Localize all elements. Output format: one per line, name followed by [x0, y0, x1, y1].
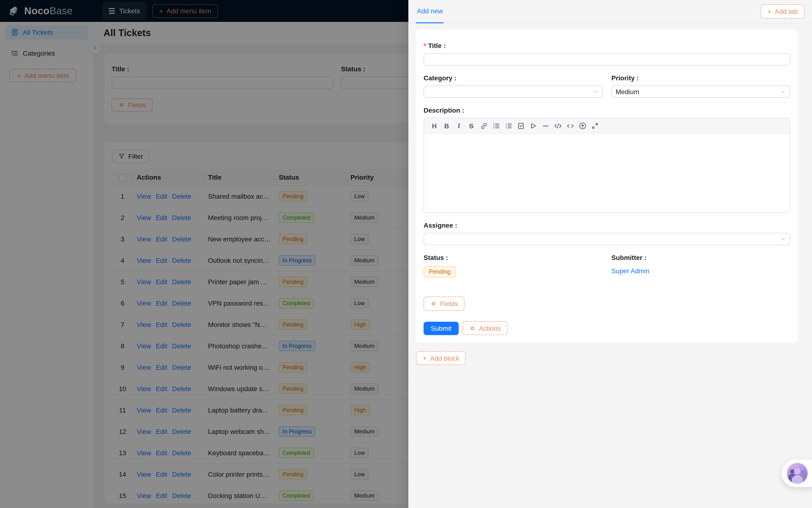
link-icon[interactable]: [478, 120, 489, 132]
form-item-description: Description : HBIS123: [424, 107, 790, 213]
markdown-toolbar: HBIS123: [424, 118, 790, 133]
markdown-editor-content[interactable]: [424, 133, 790, 212]
description-label: Description :: [424, 107, 464, 114]
code-block-icon[interactable]: [552, 120, 564, 132]
chevron-down-icon: [592, 89, 598, 94]
italic-icon[interactable]: I: [453, 120, 465, 132]
add-block-label: Add block: [430, 354, 460, 362]
list-unordered-icon[interactable]: [490, 120, 502, 132]
assignee-label: Assignee :: [424, 221, 457, 229]
submit-button[interactable]: Submit: [424, 322, 459, 335]
submitter-label: Submitter :: [611, 254, 647, 261]
chevron-down-icon: [780, 89, 786, 94]
title-label: Title :: [428, 42, 446, 49]
inline-code-icon[interactable]: [564, 120, 576, 132]
fullscreen-icon[interactable]: [589, 120, 601, 132]
strikethrough-icon[interactable]: S: [465, 120, 477, 132]
add-new-form-card: *Title : Category : Prior: [416, 30, 798, 343]
plus-icon: +: [767, 8, 772, 15]
tab-add-new[interactable]: Add new: [416, 0, 444, 23]
upload-icon[interactable]: [576, 120, 588, 132]
bold-icon[interactable]: B: [441, 120, 452, 132]
drawer-actions-button[interactable]: Actions: [462, 321, 508, 335]
form-item-status: Status : Pending: [424, 254, 602, 278]
checklist-icon[interactable]: [515, 120, 527, 132]
priority-select-input[interactable]: [611, 86, 790, 98]
gear-icon: [469, 325, 476, 332]
form-item-title: *Title :: [424, 42, 790, 66]
form-item-submitter: Submitter : Super Admin: [611, 254, 790, 278]
markdown-editor: HBIS123: [424, 118, 790, 213]
drawer-actions-label: Actions: [479, 324, 501, 332]
required-asterisk: *: [424, 42, 426, 49]
status-label: Status :: [424, 254, 448, 261]
gear-icon: [430, 300, 437, 307]
assignee-select[interactable]: [424, 233, 790, 245]
submitter-link[interactable]: Super Admin: [611, 267, 649, 275]
svg-text:3: 3: [505, 126, 507, 129]
priority-label: Priority :: [611, 74, 639, 82]
list-ordered-icon[interactable]: 123: [503, 120, 514, 132]
plus-icon: +: [423, 354, 427, 362]
assignee-select-input[interactable]: [424, 233, 790, 245]
add-block-button[interactable]: + Add block: [416, 351, 466, 365]
status-pending-tag: Pending: [424, 266, 456, 278]
add-tab-button[interactable]: + Add tab: [761, 4, 804, 18]
nocobase-app: NocoBase Tickets + Add menu item All Tic…: [0, 0, 812, 508]
drawer-body: *Title : Category : Prior: [409, 23, 812, 365]
category-select[interactable]: [424, 86, 602, 98]
user-switcher-pill[interactable]: [781, 460, 812, 487]
drawer-fields-button[interactable]: Fields: [424, 297, 465, 311]
drawer-fields-label: Fields: [440, 300, 458, 307]
priority-select[interactable]: [611, 86, 790, 98]
quote-icon[interactable]: [527, 120, 539, 132]
form-item-priority: Priority :: [611, 74, 790, 98]
title-input[interactable]: [424, 53, 790, 66]
line-icon[interactable]: [539, 120, 551, 132]
chevron-down-icon: [780, 236, 786, 242]
form-item-category: Category :: [424, 74, 602, 98]
heading-icon[interactable]: H: [428, 120, 440, 132]
add-new-drawer: Add new + Add tab *Title : Category :: [409, 0, 812, 508]
avatar[interactable]: [787, 463, 808, 484]
category-select-input[interactable]: [424, 86, 602, 98]
category-label: Category :: [424, 74, 456, 82]
form-item-assignee: Assignee :: [424, 221, 790, 245]
add-tab-label: Add tab: [775, 8, 798, 15]
drawer-tab-bar: Add new + Add tab: [409, 0, 812, 23]
